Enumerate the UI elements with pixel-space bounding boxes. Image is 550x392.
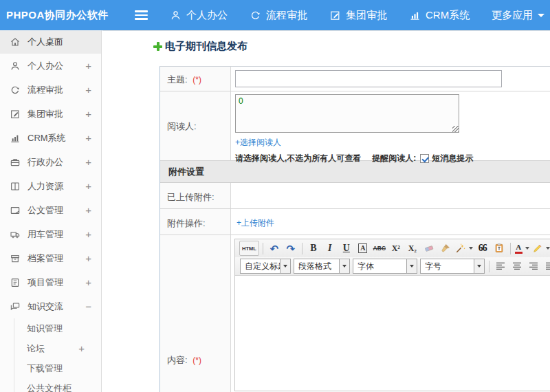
- nav-workflow-approval[interactable]: 流程审批: [250, 9, 307, 22]
- user-icon: [10, 61, 21, 72]
- sidebar-item-human-resources[interactable]: 人力资源 +: [0, 174, 101, 198]
- top-bar: PHPOA协同办公软件 个人办公 流程审批 集团审批 CRM系统 更多应用: [0, 0, 550, 30]
- brush-icon: [440, 243, 451, 254]
- sidebar-subitem-download-mgmt[interactable]: 下载管理: [14, 358, 101, 378]
- template-button[interactable]: [492, 241, 507, 256]
- editor-toolbar-row-2: 自定义标题 段落格式 字体 字号: [235, 257, 550, 275]
- caret-down-icon: [339, 259, 349, 273]
- expand-plus-icon[interactable]: +: [78, 343, 85, 353]
- user-icon: [170, 10, 182, 21]
- sidebar-item-knowledge-exchange[interactable]: 知识交流 −: [0, 294, 101, 318]
- highlight-pen-icon: [532, 243, 543, 254]
- sidebar-item-personal-office[interactable]: 个人办公 +: [0, 54, 101, 78]
- home-icon: [10, 36, 21, 47]
- expand-plus-icon[interactable]: +: [85, 133, 91, 143]
- subject-input[interactable]: [235, 70, 502, 87]
- bar-chart-icon: [10, 133, 21, 144]
- sidebar-subitem-knowledge-mgmt[interactable]: 知识管理: [14, 318, 101, 338]
- select-value: 自定义标题: [241, 261, 280, 272]
- font-family-select[interactable]: 字体: [353, 259, 417, 274]
- sidebar-sub-list: 知识管理 论坛 + 下载管理 公共文件柜: [14, 318, 101, 392]
- attachment-actions-row: 附件操作: +上传附件: [160, 209, 550, 235]
- sidebar-item-project-mgmt[interactable]: 项目管理 +: [0, 270, 101, 294]
- sidebar-item-document-mgmt[interactable]: 公文管理 +: [0, 198, 101, 222]
- sidebar-item-crm-system[interactable]: CRM系统 +: [0, 126, 101, 150]
- nav-group-approval[interactable]: 集团审批: [329, 9, 387, 22]
- label-text: 内容:: [167, 355, 188, 365]
- menu-icon[interactable]: [135, 10, 148, 20]
- subscript-button[interactable]: X₂: [405, 241, 420, 256]
- expand-plus-icon[interactable]: +: [85, 109, 91, 119]
- bold-button[interactable]: B: [306, 241, 321, 256]
- sidebar-subitem-forum[interactable]: 论坛 +: [14, 338, 101, 358]
- remove-format-button[interactable]: [421, 241, 437, 256]
- clipboard-icon: [494, 243, 505, 254]
- highlight-color-button[interactable]: [531, 241, 550, 256]
- label-text: 已上传附件:: [167, 192, 214, 202]
- expand-plus-icon[interactable]: +: [85, 85, 91, 95]
- expand-plus-icon[interactable]: +: [85, 157, 91, 167]
- publish-form: 主题: (*) 阅读人: 0 +选择阅读人 请选择阅读人,不选为所有人可查看 提…: [160, 66, 550, 392]
- readers-textarea[interactable]: 0: [235, 94, 459, 133]
- sidebar-item-group-approval[interactable]: 集团审批 +: [0, 102, 101, 126]
- blockquote-button[interactable]: 66: [475, 241, 490, 256]
- expand-plus-icon[interactable]: +: [85, 277, 91, 287]
- select-readers-link[interactable]: +选择阅读人: [235, 137, 281, 149]
- underline-button[interactable]: U: [339, 241, 354, 256]
- eraser-icon: [424, 243, 434, 254]
- sidebar-item-label: 用车管理: [28, 228, 63, 241]
- sidebar-item-label: 知识交流: [28, 301, 63, 313]
- sidebar-subitem-public-file-cabinet[interactable]: 公共文件柜: [14, 378, 101, 392]
- expand-plus-icon[interactable]: +: [85, 253, 91, 263]
- select-value: 段落格式: [294, 261, 339, 272]
- upload-attachment-link[interactable]: +上传附件: [236, 217, 274, 229]
- strikethrough-button[interactable]: ABC: [372, 241, 387, 256]
- sidebar-item-workflow-approval[interactable]: 流程审批 +: [0, 78, 101, 102]
- sidebar-item-archive-mgmt[interactable]: 档案管理 +: [0, 246, 101, 270]
- italic-button[interactable]: I: [322, 241, 338, 256]
- expand-plus-icon[interactable]: +: [85, 181, 91, 191]
- label-text: 主题:: [167, 74, 188, 85]
- custom-heading-select[interactable]: 自定义标题: [240, 259, 291, 274]
- superscript-button[interactable]: X²: [388, 241, 404, 256]
- paragraph-format-select[interactable]: 段落格式: [294, 259, 350, 274]
- expand-plus-icon[interactable]: +: [85, 205, 91, 215]
- collapse-minus-icon[interactable]: −: [85, 301, 91, 312]
- align-justify-button[interactable]: [542, 259, 550, 274]
- sms-tip-label: 短消息提示: [432, 153, 473, 164]
- magic-wand-icon: [455, 243, 466, 254]
- editor-content-area[interactable]: [235, 275, 550, 391]
- label-text: 附件操作:: [167, 218, 206, 228]
- chat-icon: [10, 301, 21, 312]
- expand-plus-icon[interactable]: +: [85, 61, 91, 71]
- sidebar-item-label: 个人办公: [28, 60, 63, 72]
- remind-readers-label: 提醒阅读人:: [372, 153, 416, 164]
- sidebar-item-personal-desktop[interactable]: 个人桌面: [0, 30, 101, 54]
- align-left-button[interactable]: [493, 259, 508, 274]
- sidebar-item-vehicle-mgmt[interactable]: 用车管理 +: [0, 222, 101, 246]
- sidebar-subitem-label: 下载管理: [27, 362, 63, 375]
- align-center-button[interactable]: [509, 259, 525, 274]
- align-right-button[interactable]: [526, 259, 541, 274]
- font-size-select[interactable]: 字号: [420, 259, 485, 274]
- readers-row: 阅读人: 0 +选择阅读人 请选择阅读人,不选为所有人可查看 提醒阅读人: 短消…: [160, 91, 550, 161]
- align-center-icon: [512, 261, 522, 272]
- redo-button[interactable]: ↷: [283, 241, 298, 256]
- caret-down-icon: [474, 259, 484, 273]
- quick-format-button[interactable]: [454, 241, 474, 256]
- editor-toolbar-row-1: HTML ↶ ↷ B I U A ABC X² X₂: [235, 239, 550, 257]
- nav-personal-office[interactable]: 个人办公: [170, 9, 228, 22]
- resize-grip[interactable]: [452, 126, 459, 132]
- nav-crm-system[interactable]: CRM系统: [409, 9, 470, 22]
- font-color-button[interactable]: A: [514, 241, 530, 256]
- expand-plus-icon[interactable]: +: [85, 229, 91, 239]
- sidebar-item-admin-office[interactable]: 行政办公 +: [0, 150, 101, 174]
- font-name-button[interactable]: A: [355, 241, 371, 256]
- source-code-button[interactable]: HTML: [239, 241, 259, 256]
- sidebar-item-label: 项目管理: [28, 276, 63, 289]
- clear-html-button[interactable]: [438, 241, 453, 256]
- sms-tip-checkbox[interactable]: [420, 154, 429, 163]
- undo-button[interactable]: ↶: [267, 241, 282, 256]
- toolbar-separator: [263, 243, 263, 254]
- nav-more-apps[interactable]: 更多应用: [492, 9, 544, 22]
